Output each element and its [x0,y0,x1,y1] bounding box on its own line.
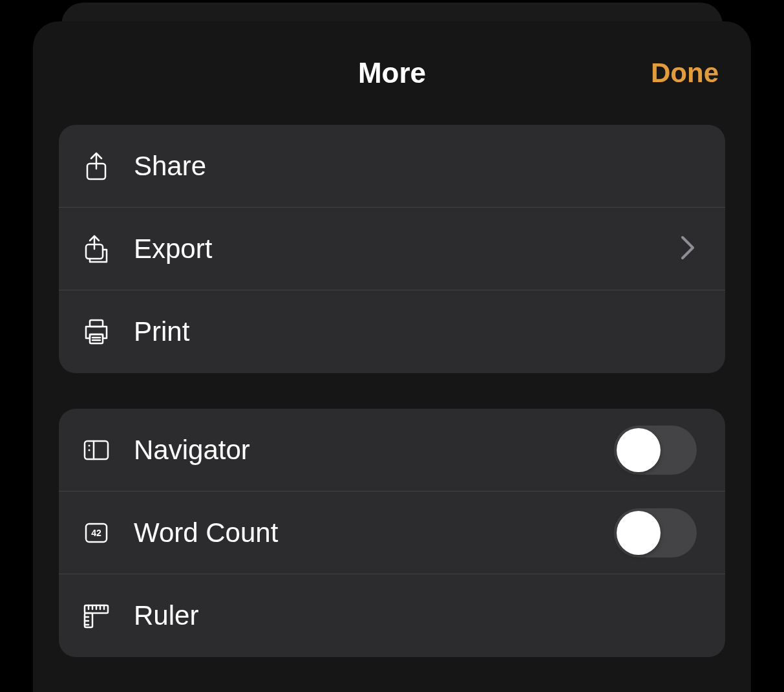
ruler-row[interactable]: Ruler [59,574,725,657]
print-icon [59,316,134,347]
done-button[interactable]: Done [651,58,719,89]
ruler-label: Ruler [134,600,697,631]
ruler-icon [59,600,134,631]
actions-group: Share Export [59,125,725,373]
svg-text:42: 42 [91,528,101,538]
word-count-icon: 42 [59,517,134,548]
svg-point-8 [89,444,90,446]
navigator-icon [59,435,134,466]
word-count-toggle[interactable] [614,508,697,557]
chevron-right-icon [679,233,697,265]
word-count-row[interactable]: 42 Word Count [59,492,725,574]
svg-rect-2 [90,320,103,327]
print-label: Print [134,316,697,347]
word-count-label: Word Count [134,517,614,548]
share-icon [59,151,134,182]
sheet-header: More Done [59,21,725,125]
export-icon [59,233,134,265]
svg-rect-3 [90,334,103,343]
export-row[interactable]: Export [59,208,725,290]
print-row[interactable]: Print [59,290,725,373]
svg-point-9 [89,449,90,451]
more-sheet: More Done Share [33,21,751,692]
export-label: Export [134,233,679,265]
sheet-title: More [358,57,426,89]
navigator-row[interactable]: Navigator [59,409,725,492]
svg-rect-6 [85,441,108,459]
share-row[interactable]: Share [59,125,725,208]
share-label: Share [134,151,697,182]
view-options-group: Navigator 42 Word Count [59,409,725,657]
navigator-label: Navigator [134,435,614,466]
navigator-toggle[interactable] [614,426,697,475]
